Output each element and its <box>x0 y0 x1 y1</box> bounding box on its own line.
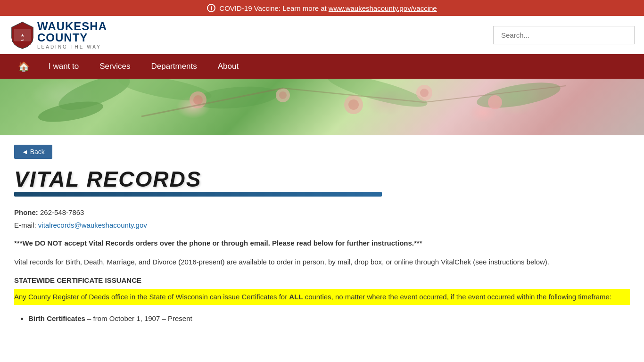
phone-line: Phone: 262-548-7863 <box>14 206 630 219</box>
all-underline: ALL <box>289 293 303 301</box>
birth-cert-label: Birth Certificates <box>28 314 85 322</box>
birth-cert-dates: – from October 1, 1907 – Present <box>87 314 192 322</box>
svg-text:WI: WI <box>21 38 24 41</box>
logo-line2: COUNTY <box>37 32 107 43</box>
back-button[interactable]: ◄ Back <box>14 145 52 159</box>
phone-value: 262-548-7863 <box>40 208 84 216</box>
logo-line1: WAUKESHA <box>37 21 107 32</box>
email-label: E-mail: <box>14 221 38 229</box>
contact-info: Phone: 262-548-7863 E-mail: vitalrecords… <box>14 206 630 231</box>
section-heading: STATEWIDE CERTIFICATE ISSUANCE <box>14 276 630 284</box>
highlight-block: Any County Register of Deeds office in t… <box>14 289 630 305</box>
svg-point-12 <box>279 91 287 99</box>
svg-point-7 <box>325 79 430 113</box>
bullet-item-birth: Birth Certificates – from October 1, 190… <box>28 313 630 325</box>
logo[interactable]: ★ WI WAUKESHA COUNTY LEADING THE WAY <box>9 21 107 49</box>
nav-i-want-to[interactable]: I want to <box>38 54 89 79</box>
warning-text: ***We DO NOT accept Vital Records orders… <box>14 237 630 249</box>
alert-prefix: COVID-19 Vaccine: Learn more at <box>219 4 329 12</box>
nav-services[interactable]: Services <box>89 54 140 79</box>
content-area: ◄ Back VITAL RECORDS Phone: 262-548-7863… <box>0 135 644 347</box>
svg-point-8 <box>475 79 562 113</box>
phone-label: Phone: <box>14 208 40 216</box>
alert-link[interactable]: www.waukeshacounty.gov/vaccine <box>329 4 437 12</box>
logo-area: ★ WI WAUKESHA COUNTY LEADING THE WAY <box>9 21 107 49</box>
alert-text: COVID-19 Vaccine: Learn more at www.wauk… <box>219 4 437 12</box>
nav-departments[interactable]: Departments <box>140 54 207 79</box>
hero-svg <box>0 79 644 135</box>
info-icon: i <box>207 4 215 12</box>
svg-text:★: ★ <box>21 33 25 38</box>
nav-home-button[interactable]: 🏠 <box>9 54 38 79</box>
logo-shield-icon: ★ WI <box>9 21 35 49</box>
svg-point-10 <box>193 95 203 105</box>
bullet-list: Birth Certificates – from October 1, 190… <box>14 313 630 325</box>
page-title-section: VITAL RECORDS <box>14 168 630 197</box>
page-title: VITAL RECORDS <box>14 168 630 190</box>
title-underline <box>14 192 382 197</box>
hero-image <box>0 79 644 135</box>
logo-tagline: LEADING THE WAY <box>37 44 107 49</box>
alert-banner: i COVID-19 Vaccine: Learn more at www.wa… <box>0 0 644 16</box>
search-input[interactable] <box>493 26 635 44</box>
logo-words: WAUKESHA COUNTY LEADING THE WAY <box>37 21 107 49</box>
svg-point-14 <box>348 99 359 110</box>
svg-point-16 <box>420 89 429 97</box>
description-text: Vital records for Birth, Death, Marriage… <box>14 256 630 268</box>
warning-bold: ***We DO NOT accept Vital Records orders… <box>14 239 422 247</box>
email-line: E-mail: vitalrecords@waukeshacounty.gov <box>14 219 630 231</box>
svg-point-17 <box>488 95 502 109</box>
nav-bar: 🏠 I want to Services Departments About <box>0 54 644 79</box>
search-area <box>493 26 635 44</box>
header: ★ WI WAUKESHA COUNTY LEADING THE WAY <box>0 16 644 54</box>
email-link[interactable]: vitalrecords@waukeshacounty.gov <box>38 221 147 229</box>
nav-about[interactable]: About <box>207 54 249 79</box>
